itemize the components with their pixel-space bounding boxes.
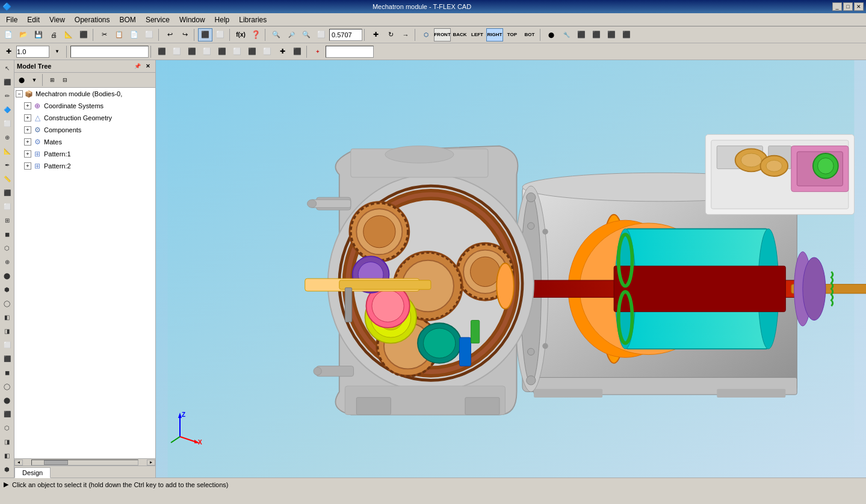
view-front[interactable]: FRONT	[434, 28, 451, 41]
design-tab-button[interactable]: Design	[14, 467, 51, 478]
left-b12[interactable]: ⊞	[1, 214, 14, 227]
zoom-box-button[interactable]: ⬜	[314, 28, 329, 41]
menu-item-libraries[interactable]: Libraries	[234, 14, 271, 25]
left-b7[interactable]: 📐	[1, 144, 14, 158]
scroll-left[interactable]: ◂	[14, 459, 23, 466]
tree-item-construction[interactable]: + △ Construction Geometry	[14, 112, 155, 124]
tree-collapse-all[interactable]: ⊟	[59, 75, 71, 85]
left-b18[interactable]: ◯	[1, 297, 14, 310]
left-b8[interactable]: ✒	[1, 158, 14, 171]
left-b3[interactable]: ✏	[1, 89, 14, 102]
left-select[interactable]: ↖	[1, 61, 14, 75]
minimize-button[interactable]: _	[832, 2, 842, 11]
print-button[interactable]: 🖨	[46, 28, 61, 41]
left-b5[interactable]: ⬜	[1, 117, 14, 130]
scroll-right[interactable]: ▸	[147, 459, 155, 466]
pan-button[interactable]: ✚	[368, 28, 383, 41]
h-scrollbar-thumb[interactable]	[44, 460, 68, 465]
menu-item-file[interactable]: File	[1, 14, 22, 25]
select-all-button[interactable]: ⬤	[544, 28, 558, 41]
scale-input[interactable]	[16, 46, 49, 58]
tb2-b2[interactable]: ⬜	[170, 45, 184, 58]
left-b13[interactable]: ◼	[1, 227, 14, 241]
zoom-in-button[interactable]: 🔍	[269, 28, 283, 41]
wireframe-button[interactable]: ⬜	[213, 28, 227, 41]
open-button[interactable]: 📂	[16, 28, 31, 41]
tree-item-mates[interactable]: + ⚙ Mates	[14, 136, 155, 148]
tb-extra4[interactable]: ⬛	[619, 28, 634, 41]
shaded-button[interactable]: ⬛	[198, 28, 212, 41]
tb2-b3[interactable]: ⬛	[185, 45, 199, 58]
left-b10[interactable]: ⬛	[1, 186, 14, 199]
save-button[interactable]: 💾	[31, 28, 46, 41]
cut-button[interactable]: ✂	[97, 28, 111, 41]
zoom-fit-button[interactable]: 🔎	[284, 28, 298, 41]
fly-button[interactable]: →	[398, 28, 413, 41]
view-back[interactable]: BACK	[451, 28, 468, 41]
tb-extra2[interactable]: ⬛	[589, 28, 604, 41]
left-b6[interactable]: ⊕	[1, 131, 14, 144]
left-b16[interactable]: ⬤	[1, 269, 14, 282]
tb2-b10[interactable]: ⬛	[290, 45, 305, 58]
left-b9[interactable]: 📏	[1, 172, 14, 185]
menu-item-service[interactable]: Service	[141, 14, 175, 25]
pattern2-expand[interactable]: +	[24, 162, 31, 170]
view-home[interactable]: ⬡	[419, 28, 433, 41]
left-b22[interactable]: ⬛	[1, 352, 14, 365]
tb2-coord[interactable]: +	[311, 45, 325, 58]
left-b23[interactable]: ◼	[1, 366, 14, 379]
view-top[interactable]: TOP	[504, 28, 521, 41]
construction-expand[interactable]: +	[24, 114, 31, 121]
tree-expand-all[interactable]: ⊞	[46, 75, 58, 85]
tb2-b4[interactable]: ⬜	[200, 45, 214, 58]
tree-tb2[interactable]: ▼	[28, 75, 40, 85]
tree-tb1[interactable]: ⬤	[16, 75, 28, 85]
pattern1-expand[interactable]: +	[24, 150, 31, 158]
left-b15[interactable]: ⊕	[1, 255, 14, 268]
undo-button[interactable]: ↩	[162, 28, 177, 41]
tree-item-pattern1[interactable]: + ⊞ Pattern:1	[14, 148, 155, 160]
tb2-b7[interactable]: ⬛	[245, 45, 259, 58]
coord-x-input[interactable]	[326, 46, 374, 58]
menu-item-view[interactable]: View	[45, 14, 70, 25]
tb2-dropdown[interactable]: ▼	[50, 45, 64, 58]
left-b26[interactable]: ⬛	[1, 407, 14, 420]
left-b11[interactable]: ⬜	[1, 200, 14, 213]
tb10[interactable]: ⬜	[142, 28, 156, 41]
left-b30[interactable]: ⬢	[1, 463, 14, 476]
left-b14[interactable]: ⬡	[1, 241, 14, 254]
formula-button[interactable]: f(x)	[234, 28, 248, 41]
paste-button[interactable]: 📄	[127, 28, 141, 41]
filter-input[interactable]	[70, 46, 149, 58]
zoom-out-button[interactable]: 🔍	[299, 28, 314, 41]
mates-expand[interactable]: +	[24, 138, 31, 146]
left-b2[interactable]: ⬛	[1, 75, 14, 88]
menu-item-bom[interactable]: BOM	[115, 14, 141, 25]
h-scrollbar-track[interactable]	[31, 459, 138, 466]
maximize-button[interactable]: □	[843, 2, 853, 11]
tree-pin-button[interactable]: 📌	[132, 61, 142, 71]
view-right[interactable]: RIGHT	[486, 28, 503, 41]
tb2-b6[interactable]: ⬜	[230, 45, 244, 58]
new-button[interactable]: 📄	[1, 28, 16, 41]
tree-root-item[interactable]: − 📦 Mechatron module (Bodies-0,	[14, 88, 155, 100]
coord-expand[interactable]: +	[24, 102, 31, 109]
components-expand[interactable]: +	[24, 126, 31, 134]
tree-item-coord[interactable]: + ⊕ Coordinate Systems	[14, 100, 155, 112]
view-left[interactable]: LEFT	[469, 28, 486, 41]
tb6[interactable]: ⬛	[76, 28, 91, 41]
menu-item-window[interactable]: Window	[175, 14, 210, 25]
left-b24[interactable]: ◯	[1, 380, 14, 393]
tb2-b8[interactable]: ⬜	[260, 45, 274, 58]
tree-close-button[interactable]: ✕	[143, 61, 153, 71]
help-button[interactable]: ❓	[249, 28, 263, 41]
close-button[interactable]: ✕	[854, 2, 864, 11]
filter-button[interactable]: 🔧	[559, 28, 574, 41]
tree-item-pattern2[interactable]: + ⊞ Pattern:2	[14, 160, 155, 172]
left-b27[interactable]: ⬡	[1, 421, 14, 434]
left-b21[interactable]: ⬜	[1, 338, 14, 351]
tb2-move[interactable]: ✚	[1, 45, 16, 58]
redo-button[interactable]: ↪	[178, 28, 192, 41]
copy-button[interactable]: 📋	[112, 28, 126, 41]
menu-item-operations[interactable]: Operations	[70, 14, 115, 25]
